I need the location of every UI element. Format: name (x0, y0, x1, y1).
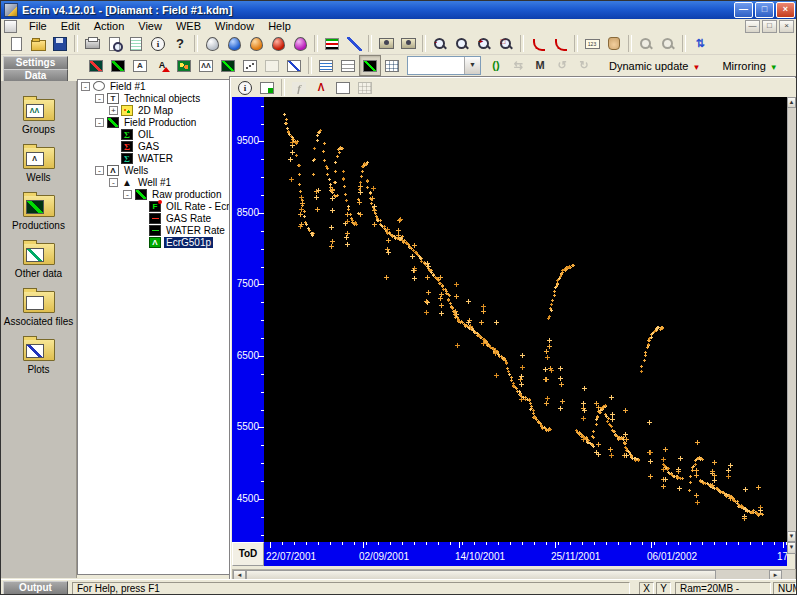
tree-node-gas[interactable]: ΣGAS (78, 140, 230, 152)
mirroring-menu[interactable]: Mirroring▼ (722, 60, 777, 72)
tree-node-label[interactable]: GAS Rate (164, 213, 213, 224)
tree-node-well-1[interactable]: -▲Well #1 (78, 176, 230, 188)
sidebar-item-other-data[interactable]: Other data (1, 243, 76, 279)
menu-window[interactable]: Window (208, 19, 261, 33)
save-icon[interactable] (49, 33, 71, 54)
menu-help[interactable]: Help (261, 19, 298, 33)
menu-view[interactable]: View (131, 19, 169, 33)
print-icon[interactable] (81, 33, 103, 54)
collapse-icon[interactable]: - (109, 178, 118, 187)
menu-action[interactable]: Action (87, 19, 132, 33)
scroll-down-button[interactable]: ▼ (787, 531, 796, 542)
copy-data-icon[interactable] (397, 33, 419, 54)
menu-edit[interactable]: Edit (54, 19, 87, 33)
zoom-out-icon[interactable]: - (429, 33, 451, 54)
tree-node-raw-production[interactable]: -Raw production (78, 188, 230, 200)
list-view-icon[interactable] (315, 55, 337, 76)
sidebar-item-wells[interactable]: ΛWells (1, 147, 76, 183)
collapse-icon[interactable]: - (95, 118, 104, 127)
settings-panel-button[interactable]: Settings (3, 56, 68, 70)
sidebar-item-plots[interactable]: Plots (1, 339, 76, 375)
document-icon[interactable] (4, 20, 17, 33)
menu-web[interactable]: WEB (169, 19, 208, 33)
tree-node-water-rate[interactable]: WATER Rate (78, 224, 230, 236)
copy-plot-icon[interactable] (375, 33, 397, 54)
tree-node-field-1[interactable]: -Field #1 (78, 80, 230, 92)
pen-icon[interactable] (343, 33, 365, 54)
redo-view-icon[interactable]: ↻ (573, 55, 595, 76)
dynamic-update-menu[interactable]: Dynamic update▼ (609, 60, 700, 72)
zoom-reset-icon[interactable] (451, 33, 473, 54)
tree-node-label[interactable]: OIL (136, 129, 156, 140)
gauge-magenta-icon[interactable] (289, 33, 311, 54)
tree-node-water[interactable]: ΣWATER (78, 152, 230, 164)
combobox-dropdown-icon[interactable]: ▼ (464, 57, 480, 74)
tree-node-label[interactable]: EcrG501p (164, 237, 213, 248)
gauge-gray-icon[interactable] (201, 33, 223, 54)
tree-node-ecrg501p[interactable]: ΛEcrG501p (78, 236, 230, 248)
menu-file[interactable]: File (22, 19, 54, 33)
search-icon[interactable]: M (529, 55, 551, 76)
collapse-icon[interactable]: - (123, 190, 132, 199)
gauge-blue-icon[interactable] (223, 33, 245, 54)
y-axis[interactable]: 950085007500650055004500 (232, 97, 264, 542)
tree-node-wells[interactable]: -ΛWells (78, 164, 230, 176)
mdi-close-button[interactable]: × (779, 20, 794, 33)
expand-icon[interactable]: + (109, 106, 118, 115)
type-curve-1-icon[interactable] (527, 33, 549, 54)
hand-icon[interactable] (603, 33, 625, 54)
mdi-minimize-button[interactable]: — (745, 20, 760, 33)
output-panel-button[interactable]: Output (3, 581, 68, 595)
gauge-orange-icon[interactable] (245, 33, 267, 54)
tree-node-label[interactable]: Well #1 (136, 177, 173, 188)
map-view-icon[interactable] (173, 55, 195, 76)
collapse-icon[interactable]: - (95, 94, 104, 103)
refresh-icon[interactable]: () (485, 55, 507, 76)
gauge-red-icon[interactable] (267, 33, 289, 54)
grid-toggle-icon[interactable] (354, 77, 376, 98)
rows-view-icon[interactable] (337, 55, 359, 76)
copy-page-icon[interactable] (332, 77, 354, 98)
function-edit-icon[interactable]: f (288, 77, 310, 98)
preview-icon[interactable] (103, 33, 125, 54)
tree-node-oil[interactable]: ΣOIL (78, 128, 230, 140)
legend-icon[interactable] (321, 33, 343, 54)
sidebar-item-groups[interactable]: ΛΛGroups (1, 99, 76, 135)
close-button[interactable]: × (776, 2, 795, 18)
plot-view-icon[interactable] (359, 55, 381, 76)
zoom-window-icon[interactable]: □ (495, 33, 517, 54)
info-icon[interactable]: i (147, 33, 169, 54)
tree-node-label[interactable]: Technical objects (122, 93, 202, 104)
x-axis-name-box[interactable]: ToD (232, 542, 264, 566)
scatter-plot-icon[interactable] (239, 55, 261, 76)
zoom-next-icon[interactable] (657, 33, 679, 54)
tree-node-label[interactable]: GAS (136, 141, 161, 152)
sync-icon[interactable]: ⇅ (689, 33, 711, 54)
pressure-scatter-plot[interactable] (264, 97, 787, 542)
tree-node-label[interactable]: WATER Rate (164, 225, 227, 236)
tree-node-label[interactable]: OIL Rate - EcrG501q (164, 201, 231, 212)
history-plot-icon[interactable] (283, 55, 305, 76)
rates-plot-icon[interactable] (217, 55, 239, 76)
open-icon[interactable] (27, 33, 49, 54)
sidebar-item-productions[interactable]: Productions (1, 195, 76, 231)
collapse-icon[interactable]: - (95, 166, 104, 175)
tree-node-gas-rate[interactable]: GAS Rate (78, 212, 230, 224)
well-settings-icon[interactable]: Λ (310, 77, 332, 98)
collapse-icon[interactable]: - (81, 82, 90, 91)
production-plot-icon[interactable] (107, 55, 129, 76)
restore-button[interactable]: □ (755, 2, 774, 18)
field-plot-icon[interactable] (85, 55, 107, 76)
plot-info-icon[interactable]: i (234, 77, 256, 98)
tree-node-technical-objects[interactable]: -TTechnical objects (78, 92, 230, 104)
help-icon[interactable]: ? (169, 33, 191, 54)
scroll-up-button[interactable]: ▲ (787, 97, 796, 108)
object-select-combobox[interactable]: ▼ (407, 56, 481, 75)
tree-node-field-production[interactable]: -Field Production (78, 116, 230, 128)
tree-node-label[interactable]: 2D Map (136, 105, 175, 116)
annotation-frame-icon[interactable]: A (129, 55, 151, 76)
wells-view-icon[interactable]: ΛΛ (195, 55, 217, 76)
new-page-icon[interactable] (261, 55, 283, 76)
report-icon[interactable] (125, 33, 147, 54)
ruler-icon[interactable]: 123 (581, 33, 603, 54)
